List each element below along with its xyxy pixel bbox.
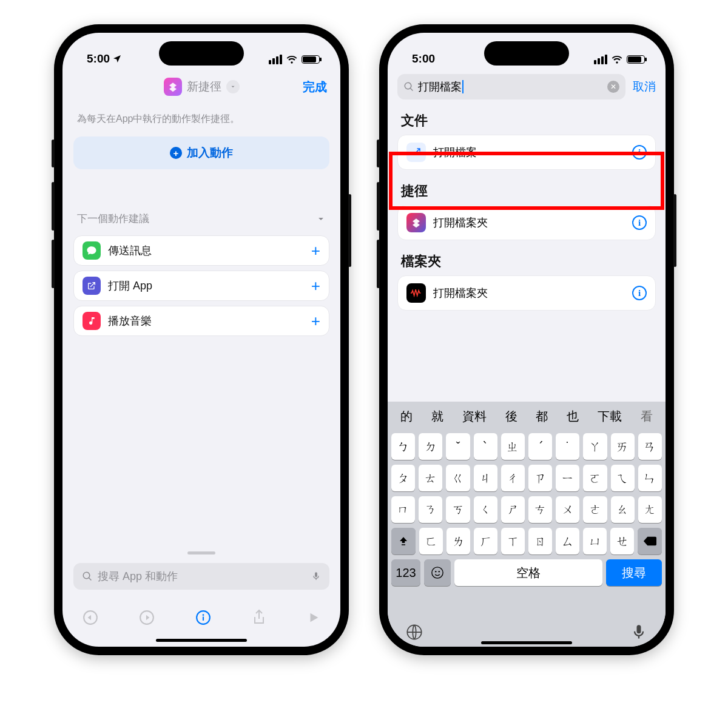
- side-button-right: [348, 194, 351, 267]
- key[interactable]: ㄙ: [556, 528, 579, 554]
- key[interactable]: ˙: [556, 433, 579, 460]
- undo-icon[interactable]: [83, 610, 98, 625]
- candidate[interactable]: 看: [641, 408, 653, 425]
- candidate[interactable]: 下載: [598, 408, 622, 425]
- key[interactable]: ㄝ: [610, 528, 634, 554]
- key[interactable]: ㄆ: [391, 465, 415, 491]
- clear-icon[interactable]: ✕: [607, 81, 619, 93]
- key[interactable]: ㄛ: [583, 465, 607, 491]
- action-open-file[interactable]: 打開檔案 i: [397, 135, 656, 170]
- key[interactable]: ˊ: [528, 433, 552, 460]
- key[interactable]: ㄨ: [556, 496, 579, 523]
- cancel-button[interactable]: 取消: [633, 79, 656, 95]
- action-label: 打開檔案夾: [433, 215, 488, 230]
- key[interactable]: ㄍ: [446, 465, 470, 491]
- key[interactable]: ㄑ: [474, 496, 497, 523]
- key[interactable]: ㄇ: [391, 496, 415, 523]
- caption-text: 為每天在App中執行的動作製作捷徑。: [62, 104, 340, 136]
- key[interactable]: ㄟ: [611, 465, 635, 491]
- info-icon[interactable]: i: [632, 145, 647, 160]
- add-icon[interactable]: +: [311, 277, 320, 295]
- key[interactable]: ㄉ: [419, 433, 442, 460]
- key[interactable]: ㄊ: [419, 465, 442, 491]
- key-delete[interactable]: [638, 528, 662, 554]
- info-icon[interactable]: i: [632, 286, 647, 300]
- nav-bar: 新捷徑 完成: [62, 69, 340, 104]
- info-icon[interactable]: i: [632, 215, 647, 230]
- key[interactable]: ㄘ: [528, 496, 552, 523]
- key[interactable]: ㄗ: [528, 465, 552, 491]
- key[interactable]: ㄒ: [501, 528, 525, 554]
- suggestion-open-app[interactable]: 打開 App +: [73, 271, 329, 301]
- add-icon[interactable]: +: [311, 312, 320, 331]
- key[interactable]: ㄧ: [556, 465, 579, 491]
- key[interactable]: ㄣ: [638, 465, 662, 491]
- suggestion-play-music[interactable]: 播放音樂 +: [73, 306, 329, 336]
- key-return[interactable]: 搜尋: [606, 559, 662, 586]
- add-action-label: 加入動作: [187, 145, 233, 161]
- svg-point-7: [439, 571, 440, 572]
- share-icon[interactable]: [252, 609, 266, 626]
- key[interactable]: ㄓ: [501, 433, 525, 460]
- open-file-icon: [406, 143, 426, 162]
- info-icon[interactable]: [195, 610, 211, 625]
- globe-icon[interactable]: [406, 624, 423, 641]
- action-label: 打開檔案: [433, 145, 477, 160]
- key[interactable]: ㄞ: [611, 433, 635, 460]
- suggestions-header[interactable]: 下一個動作建議: [62, 212, 340, 226]
- candidate[interactable]: 後: [505, 408, 517, 425]
- key[interactable]: ㄠ: [611, 496, 635, 523]
- action-open-folder-shortcuts[interactable]: 打開檔案夾 i: [397, 205, 656, 240]
- mic-icon[interactable]: [630, 624, 647, 641]
- search-input[interactable]: 打開檔案 ✕: [397, 74, 625, 99]
- key-space[interactable]: 空格: [454, 559, 602, 586]
- key[interactable]: ˇ: [446, 433, 470, 460]
- key[interactable]: ㄢ: [638, 433, 662, 460]
- chevron-down-icon[interactable]: [226, 80, 240, 93]
- key[interactable]: ㄤ: [638, 496, 662, 523]
- key[interactable]: ㄈ: [419, 528, 443, 554]
- candidate[interactable]: 的: [400, 408, 413, 425]
- open-app-icon: [83, 277, 101, 295]
- key[interactable]: ㄕ: [501, 496, 525, 523]
- svg-rect-4: [203, 616, 204, 621]
- key[interactable]: ㄏ: [474, 528, 497, 554]
- home-indicator[interactable]: [481, 641, 572, 644]
- add-icon[interactable]: +: [311, 241, 320, 260]
- mic-icon[interactable]: [311, 570, 321, 582]
- key[interactable]: ㄌ: [447, 528, 470, 554]
- key[interactable]: ㄚ: [583, 433, 607, 460]
- key-123[interactable]: 123: [391, 559, 420, 586]
- play-icon[interactable]: [307, 610, 320, 625]
- suggestions-label: 下一個動作建議: [77, 212, 149, 226]
- suggestion-label: 打開 App: [108, 278, 152, 293]
- key[interactable]: ㄋ: [419, 496, 442, 523]
- add-action-button[interactable]: + 加入動作: [73, 136, 329, 169]
- key[interactable]: ㄜ: [583, 496, 607, 523]
- redo-icon[interactable]: [139, 610, 155, 625]
- suggestion-label: 傳送訊息: [108, 243, 152, 258]
- candidate[interactable]: 資料: [462, 408, 487, 425]
- key[interactable]: ㄅ: [391, 433, 415, 460]
- suggestion-send-message[interactable]: 傳送訊息 +: [73, 235, 329, 266]
- key[interactable]: ㄖ: [528, 528, 552, 554]
- candidate[interactable]: 也: [567, 408, 579, 425]
- dynamic-island: [484, 41, 569, 66]
- search-icon: [403, 81, 414, 92]
- key[interactable]: ˋ: [474, 433, 497, 460]
- key[interactable]: ㄐ: [474, 465, 497, 491]
- key[interactable]: ㄎ: [446, 496, 470, 523]
- action-open-folder-voice[interactable]: 打開檔案夾 i: [397, 275, 656, 311]
- home-indicator[interactable]: [156, 639, 247, 642]
- done-button[interactable]: 完成: [303, 79, 327, 95]
- key[interactable]: ㄔ: [501, 465, 525, 491]
- key-emoji[interactable]: [424, 559, 451, 586]
- sheet-grabber[interactable]: [187, 551, 215, 554]
- candidate[interactable]: 就: [431, 408, 443, 425]
- key-caps[interactable]: [391, 528, 416, 554]
- search-input[interactable]: 搜尋 App 和動作: [73, 563, 329, 590]
- candidate[interactable]: 都: [536, 408, 548, 425]
- key[interactable]: ㄩ: [583, 528, 607, 554]
- candidate-bar[interactable]: 的 就 資料 後 都 也 下載 看: [388, 402, 666, 431]
- dynamic-island: [159, 41, 244, 66]
